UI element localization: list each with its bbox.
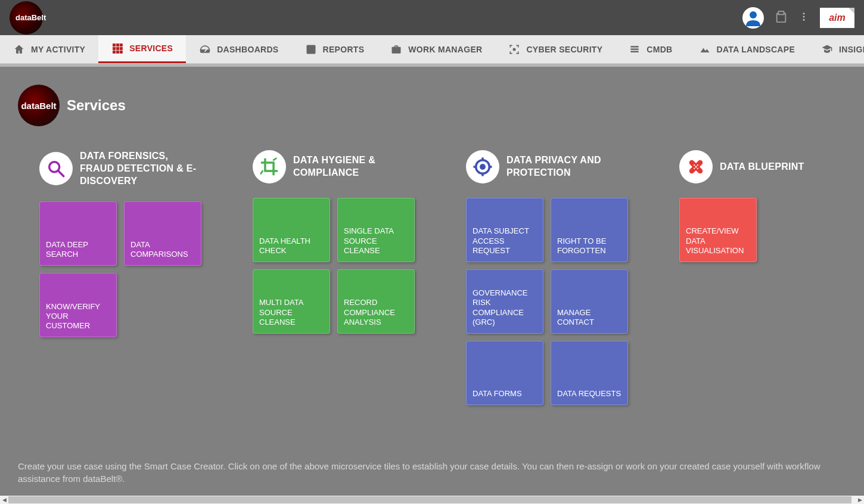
nav-bar: MY ACTIVITYSERVICESDASHBOARDSREPORTSWORK… [0,35,864,64]
category-0: DATA FORENSICS, FRAUD DETECTION & E-DISC… [39,150,205,405]
scroll-right-arrow[interactable]: ▶ [856,496,864,504]
nav-tab-my-activity[interactable]: MY ACTIVITY [0,35,98,63]
crop-icon [253,150,286,183]
svg-rect-5 [113,44,116,46]
tile-label: GOVERNANCE RISK COMPLIANCE (GRC) [473,288,537,327]
bandage-icon [679,150,713,183]
svg-rect-28 [631,48,639,50]
nav-tab-data-landscape[interactable]: DATA LANDSCAPE [686,35,809,63]
nav-tab-label: CMDB [647,45,672,54]
aim-logo[interactable]: aim [820,8,854,28]
category-3: DATA BLUEPRINT CREATE/VIEW DATA VISUALIS… [679,150,804,405]
nav-tab-cyber-security[interactable]: CYBER SECURITY [495,35,616,63]
page-title: Services [67,97,126,114]
category-2: DATA PRIVACY AND PROTECTION DATA SUBJECT… [466,150,632,405]
svg-rect-19 [510,45,511,47]
svg-point-3 [803,15,805,17]
svg-point-44 [694,168,695,169]
nav-tab-work-manager[interactable]: WORK MANAGER [377,35,495,63]
briefcase-icon [390,43,402,55]
svg-point-4 [803,18,805,20]
svg-rect-25 [518,51,519,54]
tile-label: DATA HEALTH CHECK [259,237,324,256]
svg-point-41 [694,164,695,166]
tile-blue-0[interactable]: DATA SUBJECT ACCESS REQUEST [466,198,543,262]
tile-green-3[interactable]: RECORD COMPLIANCE ANALYSIS [337,269,415,334]
category-title: DATA BLUEPRINT [720,161,804,173]
aim-logo-text: aim [829,13,846,23]
tile-purple-0[interactable]: DATA DEEP SEARCH [39,201,117,266]
tiles-grid: DATA HEALTH CHECKSINGLE DATA SOURCE CLEA… [253,198,418,334]
nav-tab-dashboards[interactable]: DASHBOARDS [186,35,291,63]
tile-green-2[interactable]: MULTI DATA SOURCE CLEANSE [253,269,330,334]
nav-tab-label: CYBER SECURITY [526,45,602,54]
nav-tab-label: MY ACTIVITY [31,45,85,54]
user-avatar[interactable] [742,7,764,29]
top-header: dataBelt aim [0,0,864,35]
footer-text: Create your use case using the Smart Cas… [18,460,846,485]
category-header: DATA BLUEPRINT [679,150,804,183]
nav-tab-insight-space[interactable]: INSIGHT SPACE [808,35,864,63]
svg-point-42 [697,168,698,169]
category-1: DATA HYGIENE & COMPLIANCE DATA HEALTH CH… [253,150,418,405]
tile-blue-3[interactable]: MANAGE CONTACT [551,269,628,334]
svg-rect-8 [113,47,116,49]
tile-purple-1[interactable]: DATA COMPARISONS [124,201,201,266]
tile-label: RECORD COMPLIANCE ANALYSIS [344,298,408,327]
category-header: DATA PRIVACY AND PROTECTION [466,150,632,183]
categories-container: DATA FORENSICS, FRAUD DETECTION & E-DISC… [18,150,846,405]
tiles-grid: DATA SUBJECT ACCESS REQUESTRIGHT TO BE F… [466,198,632,405]
scroll-track[interactable] [8,496,856,504]
svg-line-31 [58,171,64,176]
search-icon [39,152,73,185]
svg-rect-13 [120,51,122,53]
tile-green-1[interactable]: SINGLE DATA SOURCE CLEANSE [337,198,415,262]
tile-label: DATA SUBJECT ACCESS REQUEST [473,226,537,256]
page-title-row: dataBelt Services [18,85,846,126]
svg-point-33 [480,164,486,170]
scroll-thumb[interactable] [8,496,851,503]
tile-green-0[interactable]: DATA HEALTH CHECK [253,198,330,262]
horizontal-scrollbar[interactable]: ◀ ▶ [0,496,864,504]
svg-point-2 [803,13,805,14]
barchart-icon [305,43,317,55]
target-icon [466,150,499,183]
tile-label: DATA COMPARISONS [130,240,195,260]
page-logo-text: dataBelt [21,101,56,111]
main-content: dataBelt Services DATA FORENSICS, FRAUD … [0,67,864,496]
tile-blue-4[interactable]: DATA FORMS [466,341,543,405]
kebab-menu-icon[interactable] [798,11,809,24]
brand-logo-text: dataBelt [15,13,46,22]
clipboard-icon[interactable] [775,10,788,26]
svg-rect-23 [510,51,511,54]
tile-label: DATA FORMS [473,389,522,399]
svg-rect-11 [113,51,116,53]
nav-tab-label: DATA LANDSCAPE [717,45,795,54]
tiles-grid: DATA DEEP SEARCHDATA COMPARISONSKNOW/VER… [39,201,205,337]
tile-label: SINGLE DATA SOURCE CLEANSE [344,226,408,256]
nav-tab-cmdb[interactable]: CMDB [616,35,685,63]
tile-blue-2[interactable]: GOVERNANCE RISK COMPLIANCE (GRC) [466,269,543,334]
svg-rect-10 [120,47,122,49]
tile-label: RIGHT TO BE FORGOTTEN [557,237,621,256]
nav-tab-label: REPORTS [323,45,365,54]
tile-red-0[interactable]: CREATE/VIEW DATA VISUALISATION [679,198,757,262]
tile-blue-1[interactable]: RIGHT TO BE FORGOTTEN [551,198,628,262]
svg-point-1 [750,11,757,18]
svg-rect-15 [308,49,309,52]
category-title: DATA HYGIENE & COMPLIANCE [293,154,418,179]
svg-rect-7 [120,44,122,46]
nav-tab-reports[interactable]: REPORTS [292,35,378,63]
tile-blue-5[interactable]: DATA REQUESTS [551,341,628,405]
category-header: DATA HYGIENE & COMPLIANCE [253,150,418,183]
tile-label: CREATE/VIEW DATA VISUALISATION [686,226,750,256]
svg-point-43 [697,164,698,166]
tile-label: MANAGE CONTACT [557,308,621,328]
svg-rect-21 [518,45,519,47]
svg-rect-17 [312,50,313,52]
tile-purple-2[interactable]: KNOW/VERIFY YOUR CUSTOMER [39,273,117,337]
user-icon [744,8,763,27]
scroll-left-arrow[interactable]: ◀ [0,496,8,504]
nav-tab-services[interactable]: SERVICES [98,35,186,63]
tiles-grid: CREATE/VIEW DATA VISUALISATION [679,198,804,262]
